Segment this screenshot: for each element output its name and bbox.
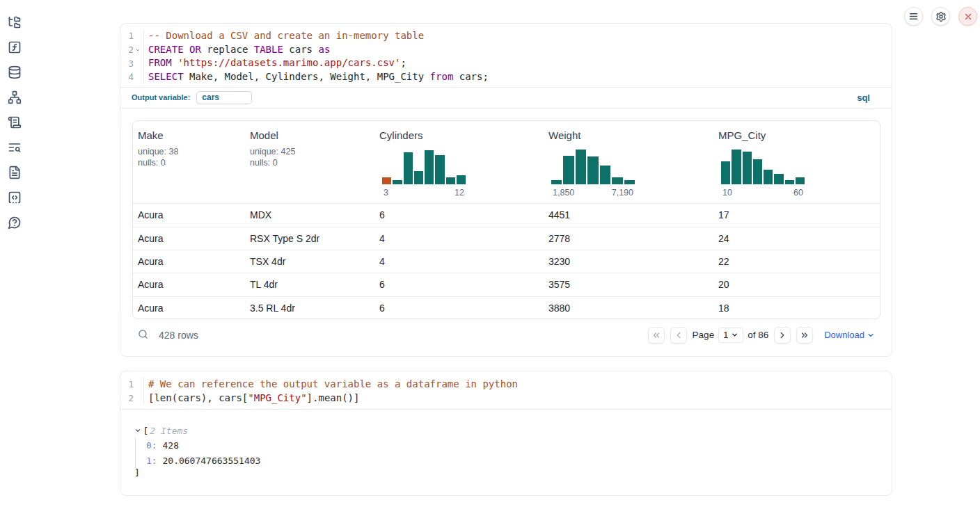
table-row[interactable]: Acura3.5 RL 4dr6388018: [133, 296, 880, 319]
histogram-bar[interactable]: [563, 156, 574, 184]
table-cell: 17: [713, 209, 880, 220]
download-label: Download: [824, 330, 864, 340]
snippets-icon[interactable]: [8, 191, 22, 204]
table-cell: 6: [374, 303, 544, 314]
histogram-bar[interactable]: [796, 177, 805, 184]
histogram-bar[interactable]: [732, 150, 741, 184]
datasources-icon[interactable]: [8, 65, 22, 79]
histogram-bar[interactable]: [764, 170, 773, 184]
line-number: 4: [120, 70, 143, 84]
code-line[interactable]: SELECT Make, Model, Cylinders, Weight, M…: [148, 70, 489, 84]
table-cell: TSX 4dr: [245, 256, 374, 267]
column-header-make[interactable]: Makeunique: 38nulls: 0: [133, 121, 245, 203]
language-toggle-sql[interactable]: sql: [857, 92, 870, 103]
histogram-bar[interactable]: [576, 150, 586, 184]
code-line[interactable]: [len(cars), cars["MPG_City"].mean()]: [148, 392, 518, 405]
search-icon[interactable]: [138, 328, 148, 342]
histogram-bar[interactable]: [435, 155, 444, 184]
next-page-button[interactable]: [774, 327, 791, 344]
histogram-bar[interactable]: [382, 177, 391, 184]
table-cell: MDX: [245, 209, 374, 220]
documentation-icon[interactable]: [8, 140, 22, 154]
histogram-bar[interactable]: [404, 152, 413, 184]
histogram-bar[interactable]: [457, 175, 466, 184]
column-header-mpg_city[interactable]: MPG_City1060: [713, 121, 880, 203]
code-line[interactable]: -- Download a CSV and create an in-memor…: [148, 29, 489, 43]
hamburger-menu-icon: [908, 11, 919, 22]
tree-entry-key: 1:: [146, 456, 157, 466]
histogram-bar[interactable]: [753, 159, 762, 184]
histogram-bar[interactable]: [414, 171, 423, 184]
table-row[interactable]: AcuraTSX 4dr4323022: [133, 250, 880, 273]
table-cell: 6: [374, 209, 544, 220]
table-cell: RSX Type S 2dr: [245, 233, 374, 244]
shutdown-button[interactable]: [958, 7, 977, 26]
column-title: Cylinders: [379, 129, 544, 141]
settings-button[interactable]: [931, 7, 950, 26]
code-line[interactable]: # We can reference the output variable a…: [148, 378, 518, 392]
output-variable-input[interactable]: [196, 91, 252, 104]
table-cell: 3880: [544, 303, 713, 314]
first-page-button[interactable]: [648, 327, 665, 344]
code-line[interactable]: CREATE OR replace TABLE cars as: [148, 43, 489, 57]
table-cell: 4451: [544, 209, 713, 220]
column-header-weight[interactable]: Weight1,8507,190: [544, 121, 713, 203]
histogram-min-label: 1,850: [553, 188, 574, 198]
line-number: 3: [120, 56, 143, 70]
histogram-bar[interactable]: [721, 161, 730, 184]
tree-entry: 0: 428: [146, 438, 892, 453]
histogram-max-label: 7,190: [612, 188, 633, 198]
histogram-bar[interactable]: [446, 177, 455, 184]
table-row[interactable]: AcuraRSX Type S 2dr4277824: [133, 227, 880, 250]
histogram-bar[interactable]: [743, 152, 752, 184]
histogram-bar[interactable]: [624, 180, 635, 184]
menu-button[interactable]: [904, 7, 923, 26]
scratchpad-icon[interactable]: [8, 166, 22, 179]
previous-page-button[interactable]: [670, 327, 687, 344]
histogram-bar[interactable]: [587, 156, 598, 184]
table-cell: TL 4dr: [245, 279, 374, 290]
table-row[interactable]: AcuraMDX6445117: [133, 204, 880, 227]
histogram-max-label: 12: [455, 188, 464, 198]
logs-icon[interactable]: [8, 115, 22, 129]
histogram-bar[interactable]: [425, 150, 434, 184]
histogram-bar[interactable]: [774, 174, 783, 184]
code-line[interactable]: FROM 'https://datasets.marimo.app/cars.c…: [148, 56, 489, 70]
histogram-bar[interactable]: [612, 177, 622, 184]
last-page-button[interactable]: [796, 327, 813, 344]
variables-icon[interactable]: [8, 40, 22, 54]
column-histogram: 1060: [721, 148, 805, 198]
table-header: Makeunique: 38nulls: 0Modelunique: 425nu…: [133, 121, 880, 204]
data-table: Makeunique: 38nulls: 0Modelunique: 425nu…: [132, 120, 880, 319]
fold-chevron-icon[interactable]: [134, 47, 141, 53]
notebook-actions: [904, 7, 977, 26]
page-total-label: of 86: [748, 330, 768, 340]
histogram-bar[interactable]: [600, 166, 610, 184]
collapse-chevron-icon[interactable]: [134, 427, 141, 434]
table-output: Makeunique: 38nulls: 0Modelunique: 425nu…: [132, 120, 880, 319]
line-number: 2: [120, 43, 143, 57]
sql-code-editor[interactable]: 1234 -- Download a CSV and create an in-…: [120, 24, 892, 87]
column-header-model[interactable]: Modelunique: 425nulls: 0: [245, 121, 374, 203]
histogram-bar[interactable]: [393, 180, 402, 184]
tree-entry-value: 428: [157, 440, 179, 451]
table-cell: 2778: [544, 233, 713, 244]
table-cell: 3230: [544, 256, 713, 267]
line-number: 1: [120, 29, 143, 43]
sql-cell: 1234 -- Download a CSV and create an in-…: [120, 23, 892, 357]
table-cell: Acura: [133, 209, 245, 220]
histogram-bar[interactable]: [785, 180, 794, 184]
file-explorer-icon[interactable]: [8, 15, 22, 29]
dependencies-icon[interactable]: [8, 90, 22, 104]
histogram-min-label: 10: [722, 188, 732, 198]
cell-language-strip: Output variable: sql: [120, 87, 892, 108]
table-cell: 3575: [544, 279, 713, 290]
python-code-editor[interactable]: 12 # We can reference the output variabl…: [120, 371, 892, 410]
download-button[interactable]: Download: [824, 330, 875, 340]
table-row[interactable]: AcuraTL 4dr6357520: [133, 273, 880, 296]
page-select[interactable]: 1: [718, 328, 743, 343]
column-header-cylinders[interactable]: Cylinders312: [374, 121, 544, 203]
help-icon[interactable]: [8, 216, 22, 230]
histogram-bar[interactable]: [551, 180, 562, 184]
table-cell: 6: [374, 279, 544, 290]
